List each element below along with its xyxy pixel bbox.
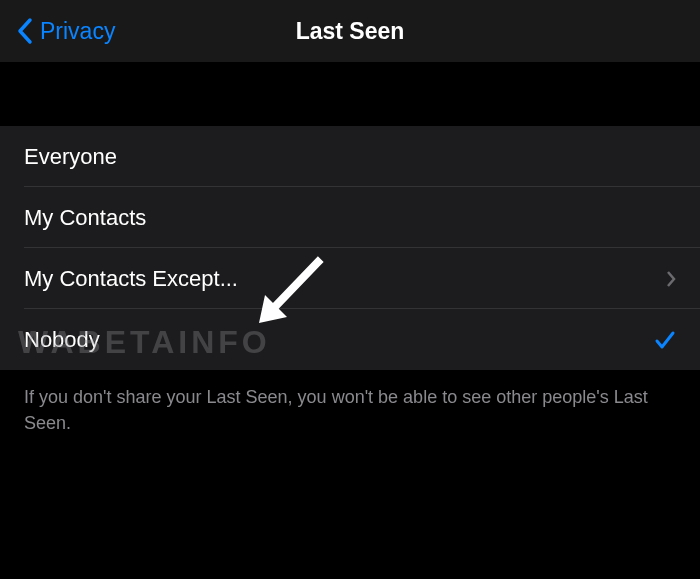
page-title: Last Seen	[296, 18, 405, 45]
back-label: Privacy	[40, 18, 115, 45]
option-nobody[interactable]: Nobody	[0, 309, 700, 370]
option-label: My Contacts	[24, 205, 146, 231]
option-my-contacts[interactable]: My Contacts	[0, 187, 700, 248]
back-chevron-icon	[16, 17, 34, 45]
option-my-contacts-except[interactable]: My Contacts Except...	[0, 248, 700, 309]
option-label: Nobody	[24, 327, 100, 353]
chevron-right-icon	[666, 270, 676, 288]
back-button[interactable]: Privacy	[16, 17, 115, 45]
option-list: Everyone My Contacts My Contacts Except.…	[0, 126, 700, 370]
option-label: My Contacts Except...	[24, 266, 238, 292]
option-everyone[interactable]: Everyone	[0, 126, 700, 187]
footer-help-text: If you don't share your Last Seen, you w…	[0, 370, 700, 450]
header-spacer	[0, 62, 700, 126]
checkmark-icon	[654, 329, 676, 351]
option-label: Everyone	[24, 144, 117, 170]
navigation-bar: Privacy Last Seen	[0, 0, 700, 62]
